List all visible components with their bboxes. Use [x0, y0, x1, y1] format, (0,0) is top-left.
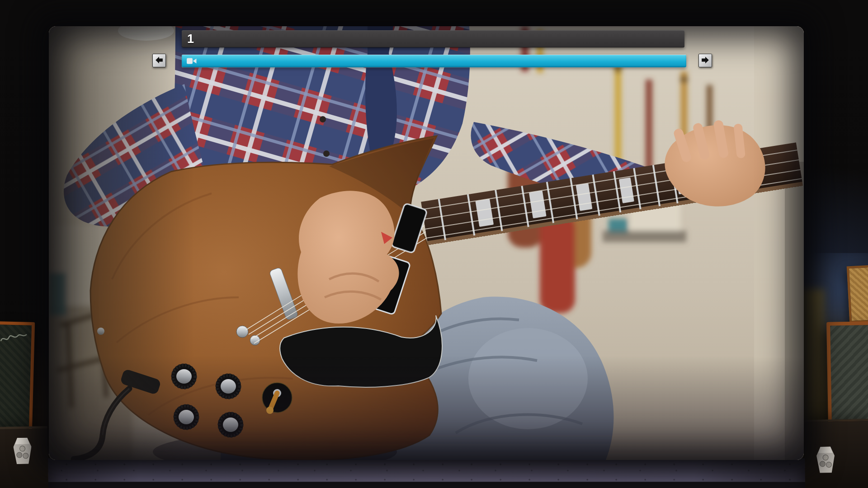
- stage-floor-edge: [0, 482, 868, 488]
- case-latch-icon: [816, 446, 835, 473]
- next-button[interactable]: [698, 54, 712, 67]
- road-case-left: [0, 426, 48, 488]
- previous-button[interactable]: [152, 54, 166, 67]
- case-latch-icon: [13, 438, 32, 465]
- section-number-bar: 1: [182, 30, 684, 47]
- video-progress-bar[interactable]: [182, 55, 686, 67]
- arrow-right-icon: [700, 55, 710, 66]
- video-progress-fill: [182, 55, 686, 67]
- stage-floor: [0, 458, 868, 483]
- lesson-video-scene: [49, 26, 804, 460]
- arrow-left-icon: [154, 55, 164, 66]
- amp-logo-script: [0, 330, 30, 345]
- red-guitar: [540, 214, 575, 313]
- road-case-right: [804, 419, 868, 488]
- small-amp-right: [847, 265, 868, 324]
- lesson-video-frame[interactable]: [49, 26, 804, 460]
- video-camera-icon: [186, 57, 197, 66]
- amp-cabinet-right: [826, 321, 868, 423]
- amp-cabinet-left: [0, 321, 35, 435]
- section-number: 1: [187, 32, 194, 46]
- lesson-screen: 1: [0, 0, 868, 488]
